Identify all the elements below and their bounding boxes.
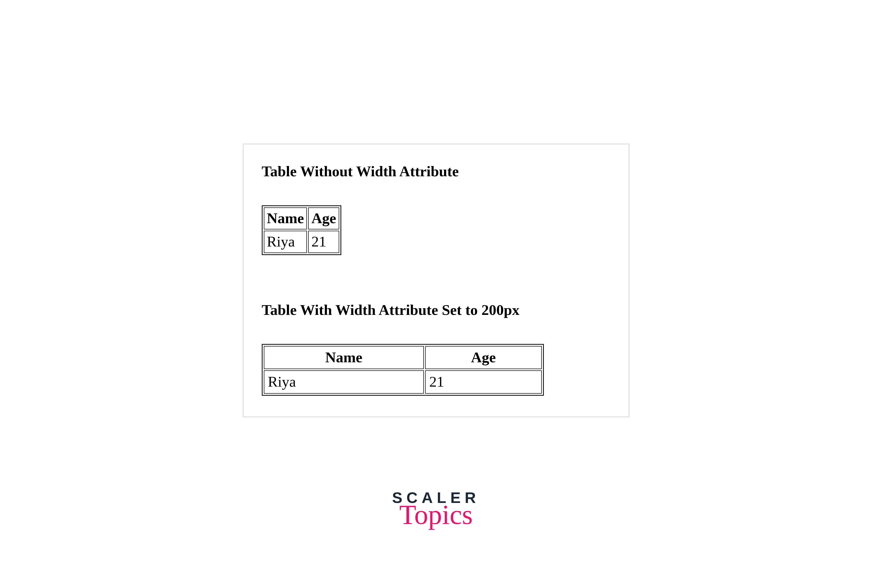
table-header-age: Age: [425, 346, 541, 369]
table-row: Name Age: [264, 207, 340, 230]
heading-with-width: Table With Width Attribute Set to 200px: [262, 301, 610, 318]
table-row: Riya 21: [264, 370, 542, 394]
table-row: Riya 21: [264, 231, 340, 253]
brand-bottom-text: Topics: [392, 501, 480, 528]
table-cell-age: 21: [425, 370, 541, 394]
table-cell-age: 21: [308, 231, 339, 253]
table-with-width: Name Age Riya 21: [262, 344, 544, 396]
brand-logo: SCALER Topics: [392, 489, 480, 528]
table-cell-name: Riya: [264, 370, 424, 394]
table-without-width: Name Age Riya 21: [262, 205, 341, 255]
example-frame: Table Without Width Attribute Name Age R…: [242, 143, 630, 417]
demo-container: Table Without Width Attribute Name Age R…: [242, 143, 630, 417]
heading-without-width: Table Without Width Attribute: [262, 162, 610, 180]
table-header-age: Age: [308, 207, 339, 230]
table-header-name: Name: [264, 346, 424, 369]
table-row: Name Age: [264, 346, 542, 369]
table-header-name: Name: [264, 207, 307, 230]
table-cell-name: Riya: [264, 231, 307, 253]
